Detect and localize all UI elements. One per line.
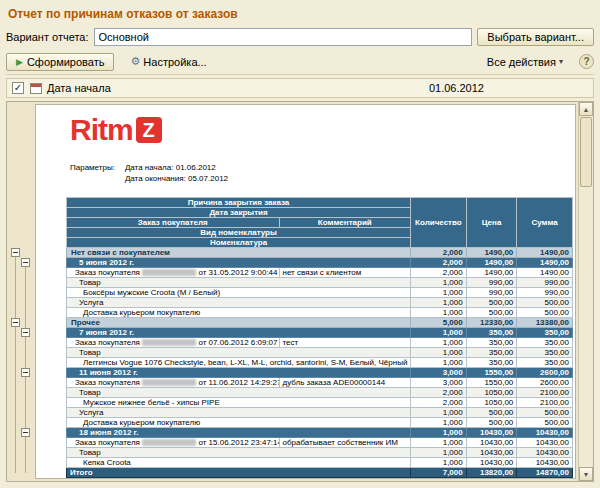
- header-qty[interactable]: Количество: [411, 198, 467, 248]
- cell-price: 13820,00: [466, 468, 517, 478]
- report-row-item[interactable]: Леггинсы Vogue 1076 Checkstyle, bean, L-…: [67, 358, 573, 368]
- cell-price: 350,00: [466, 328, 517, 338]
- logo-badge: Z: [136, 117, 162, 143]
- cell-sum: 500,00: [517, 308, 573, 318]
- cell-price: 1550,00: [466, 378, 517, 388]
- cell-sum: 500,00: [517, 408, 573, 418]
- cell-sum: 1490,00: [517, 268, 573, 278]
- cell-sum: 500,00: [517, 298, 573, 308]
- cell-price: 1550,00: [466, 368, 517, 378]
- report-row-kind[interactable]: Услуга1,000500,00500,00: [67, 408, 573, 418]
- variant-input[interactable]: [94, 28, 473, 46]
- report-row-item[interactable]: Боксёры мужские Croota (М / Белый)1,0009…: [67, 288, 573, 298]
- cell-label: Товар: [67, 348, 411, 358]
- cell-sum: 990,00: [517, 278, 573, 288]
- report-row-order[interactable]: Заказ покупателя от 07.06.2012 6:09:07те…: [67, 338, 573, 348]
- report-row-order[interactable]: Заказ покупателя от 15.06.2012 23:47:14о…: [67, 438, 573, 448]
- report-row-date[interactable]: 7 июня 2012 г.1,000350,00350,00: [67, 328, 573, 338]
- collapse-group-toggle[interactable]: [21, 328, 30, 337]
- cell-label: Заказ покупателя от 07.06.2012 6:09:07: [67, 338, 280, 348]
- cell-sum: 10430,00: [517, 448, 573, 458]
- scroll-track[interactable]: [579, 116, 593, 467]
- chevron-down-icon: ▾: [559, 57, 563, 66]
- cell-qty: 1,000: [411, 448, 467, 458]
- cell-label: Боксёры мужские Croota (М / Белый): [67, 288, 411, 298]
- report-row-kind[interactable]: Товар1,00010430,0010430,00: [67, 448, 573, 458]
- settings-button[interactable]: ⚙ Настройка...: [120, 52, 216, 71]
- page-title: Отчет по причинам отказов от заказов: [6, 4, 594, 27]
- cell-qty: 1,000: [411, 328, 467, 338]
- redacted-customer-name: [142, 339, 196, 346]
- cell-label: Нет связи с покупателем: [67, 248, 411, 258]
- grouping-tree-gutter: [7, 102, 35, 481]
- header-reason[interactable]: Причина закрытия заказа: [67, 198, 411, 208]
- help-icon: ?: [583, 56, 589, 67]
- generate-button[interactable]: ▶ Сформировать: [6, 53, 114, 71]
- report-row-kind[interactable]: Товар2,0001050,002100,00: [67, 388, 573, 398]
- header-comment[interactable]: Комментарий: [279, 218, 411, 228]
- cell-price: 500,00: [466, 418, 517, 428]
- all-actions-button[interactable]: Все действия ▾: [477, 53, 573, 71]
- cell-sum: 2600,00: [517, 368, 573, 378]
- report-row-group[interactable]: Нет связи с покупателем2,0001490,001490,…: [67, 248, 573, 258]
- collapse-group-toggle[interactable]: [11, 318, 20, 327]
- param-value[interactable]: 01.06.2012: [429, 82, 484, 94]
- scroll-up-button[interactable]: ▲: [579, 102, 593, 116]
- report-row-item[interactable]: Доставка курьером покупателю1,000500,005…: [67, 418, 573, 428]
- toolbar: ▶ Сформировать ⚙ Настройка... Все действ…: [6, 50, 594, 75]
- report-row-kind[interactable]: Товар1,000350,00350,00: [67, 348, 573, 358]
- param-checkbox[interactable]: ✓: [12, 82, 24, 94]
- cell-label: Доставка курьером покупателю: [67, 308, 411, 318]
- report-row-kind[interactable]: Услуга1,000500,00500,00: [67, 298, 573, 308]
- cell-price: 1050,00: [466, 398, 517, 408]
- cell-price: 500,00: [466, 408, 517, 418]
- cell-sum: 350,00: [517, 338, 573, 348]
- cell-comment: тест: [279, 338, 411, 348]
- report-row-date[interactable]: 18 июня 2012 г.1,00010430,0010430,00: [67, 428, 573, 438]
- cell-price: 10430,00: [466, 438, 517, 448]
- scroll-thumb[interactable]: [580, 117, 592, 187]
- report-row-total[interactable]: Итого7,00013820,0014870,00: [67, 468, 573, 478]
- cell-label: Товар: [67, 448, 411, 458]
- header-item-kind[interactable]: Вид номенклатуры: [67, 228, 411, 238]
- cell-qty: 1,000: [411, 278, 467, 288]
- cell-sum: 2100,00: [517, 388, 573, 398]
- report-row-kind[interactable]: Товар1,000990,00990,00: [67, 278, 573, 288]
- cell-label: Прочее: [67, 318, 411, 328]
- cell-qty: 1,000: [411, 348, 467, 358]
- cell-qty: 2,000: [411, 258, 467, 268]
- report-parameters: Параметры: Дата начала: 01.06.2012 Дата …: [70, 163, 575, 183]
- report-row-item[interactable]: Мужское нижнее бельё - хипсы PIPE2,00010…: [67, 398, 573, 408]
- cell-qty: 2,000: [411, 388, 467, 398]
- report-row-date[interactable]: 5 июня 2012 г.2,0001490,001490,00: [67, 258, 573, 268]
- cell-qty: 1,000: [411, 418, 467, 428]
- collapse-group-toggle[interactable]: [21, 428, 30, 437]
- report-row-date[interactable]: 11 июня 2012 г.3,0001550,002600,00: [67, 368, 573, 378]
- report-row-order[interactable]: Заказ покупателя от 11.06.2012 14:29:27д…: [67, 378, 573, 388]
- cell-label: Заказ покупателя от 31.05.2012 9:00:44: [67, 268, 280, 278]
- scroll-down-button[interactable]: ▼: [579, 467, 593, 481]
- cell-label: Леггинсы Vogue 1076 Checkstyle, bean, L-…: [67, 358, 411, 368]
- cell-label: 7 июня 2012 г.: [67, 328, 411, 338]
- cell-sum: 1490,00: [517, 248, 573, 258]
- collapse-group-toggle[interactable]: [21, 368, 30, 377]
- collapse-group-toggle[interactable]: [11, 248, 20, 257]
- header-order[interactable]: Заказ покупателя: [67, 218, 280, 228]
- header-price[interactable]: Цена: [466, 198, 517, 248]
- collapse-group-toggle[interactable]: [21, 258, 30, 267]
- header-sum[interactable]: Сумма: [517, 198, 573, 248]
- cell-price: 990,00: [466, 288, 517, 298]
- cell-price: 500,00: [466, 298, 517, 308]
- vertical-scrollbar[interactable]: ▲ ▼: [578, 102, 593, 481]
- report-row-order[interactable]: Заказ покупателя от 31.05.2012 9:00:44не…: [67, 268, 573, 278]
- cell-qty: 1,000: [411, 338, 467, 348]
- header-close-date[interactable]: Дата закрытия: [67, 208, 411, 218]
- gear-icon: ⚙: [130, 55, 140, 68]
- cell-label: Доставка курьером покупателю: [67, 418, 411, 428]
- header-item[interactable]: Номенклатура: [67, 238, 411, 248]
- report-row-group[interactable]: Прочее5,00012330,0013380,00: [67, 318, 573, 328]
- report-row-item[interactable]: Кепка Croota1,00010430,0010430,00: [67, 458, 573, 468]
- choose-variant-button[interactable]: Выбрать вариант...: [477, 28, 594, 46]
- help-button[interactable]: ?: [579, 54, 594, 69]
- report-row-item[interactable]: Доставка курьером покупателю1,000500,005…: [67, 308, 573, 318]
